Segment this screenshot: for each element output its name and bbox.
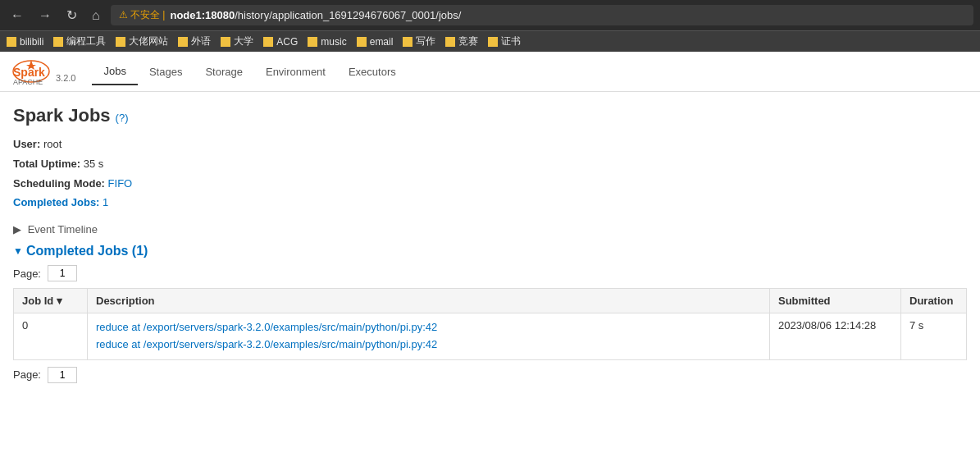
page-input-bottom[interactable] bbox=[48, 367, 77, 383]
scheduling-row: Scheduling Mode: FIFO bbox=[13, 176, 967, 193]
bookmark-xiezuo[interactable]: 写作 bbox=[403, 34, 435, 48]
bookmark-email[interactable]: email bbox=[357, 36, 394, 48]
nav-jobs[interactable]: Jobs bbox=[92, 58, 137, 85]
bookmark-label: 大佬网站 bbox=[129, 34, 168, 48]
triangle-right-icon: ▶ bbox=[13, 223, 21, 236]
cell-duration: 7 s bbox=[901, 313, 967, 360]
nav-reload-button[interactable]: ↻ bbox=[62, 6, 81, 25]
page-input-top[interactable] bbox=[48, 265, 77, 281]
bookmark-icon bbox=[445, 37, 455, 47]
completed-jobs-row: Completed Jobs: 1 bbox=[13, 194, 967, 212]
url-host: node1:18080 bbox=[170, 9, 235, 21]
cell-submitted: 2023/08/06 12:14:28 bbox=[770, 313, 901, 360]
bookmark-icon bbox=[308, 37, 317, 47]
help-link[interactable]: (?) bbox=[116, 112, 129, 124]
bookmark-waiyu[interactable]: 外语 bbox=[178, 34, 211, 48]
bookmark-music[interactable]: music bbox=[308, 36, 346, 48]
completed-jobs-section-heading: ▼ Completed Jobs (1) bbox=[13, 244, 967, 258]
url-path: /history/application_1691294676067_0001/… bbox=[235, 9, 461, 21]
nav-home-button[interactable]: ⌂ bbox=[88, 7, 104, 25]
duration-column-label: Duration bbox=[909, 295, 953, 307]
address-bar[interactable]: ⚠ 不安全 | node1:18080/history/application_… bbox=[111, 5, 973, 25]
completed-jobs-section-title: Completed Jobs (1) bbox=[26, 244, 148, 258]
nav-environment[interactable]: Environment bbox=[254, 59, 337, 85]
bookmark-label: 竞赛 bbox=[458, 34, 478, 48]
column-description[interactable]: Description bbox=[88, 289, 770, 313]
bookmark-icon bbox=[221, 37, 230, 47]
bookmark-label: music bbox=[321, 36, 346, 48]
url-display: node1:18080/history/application_16912946… bbox=[170, 9, 461, 21]
column-duration[interactable]: Duration bbox=[901, 289, 967, 313]
jobs-table-header: Job Id ▾ Description Submitted Duration bbox=[14, 289, 967, 313]
svg-text:APACHE: APACHE bbox=[13, 78, 43, 86]
page-control-top: Page: bbox=[13, 265, 967, 281]
browser-chrome: ← → ↻ ⌂ ⚠ 不安全 | node1:18080/history/appl… bbox=[0, 0, 980, 30]
bookmark-label: 写作 bbox=[416, 34, 435, 48]
spark-navigation: Jobs Stages Storage Environment Executor… bbox=[92, 58, 407, 85]
bookmark-label: email bbox=[370, 36, 394, 48]
spark-logo-graphic: APACHE Spark bbox=[10, 57, 52, 86]
uptime-label: Total Uptime: bbox=[13, 158, 80, 170]
bookmark-acg[interactable]: ACG bbox=[263, 36, 298, 48]
bookmark-dalao[interactable]: 大佬网站 bbox=[116, 34, 168, 48]
table-header-row: Job Id ▾ Description Submitted Duration bbox=[14, 289, 967, 313]
bookmark-bilibili[interactable]: bilibili bbox=[7, 36, 43, 48]
completed-jobs-label: Completed Jobs: bbox=[13, 196, 99, 208]
page-label-bottom: Page: bbox=[13, 368, 41, 381]
completed-jobs-value[interactable]: 1 bbox=[103, 196, 108, 208]
page-title-row: Spark Jobs (?) bbox=[13, 105, 967, 126]
collapse-arrow-icon[interactable]: ▼ bbox=[13, 245, 23, 257]
submitted-value: 2023/08/06 12:14:28 bbox=[778, 319, 876, 332]
spark-version: 3.2.0 bbox=[56, 73, 75, 83]
column-submitted[interactable]: Submitted bbox=[770, 289, 901, 313]
jobs-table: Job Id ▾ Description Submitted Duration … bbox=[13, 288, 967, 360]
page-title: Spark Jobs bbox=[13, 105, 111, 126]
scheduling-label: Scheduling Mode: bbox=[13, 177, 105, 190]
bookmark-daxue[interactable]: 大学 bbox=[221, 34, 253, 48]
nav-forward-button[interactable]: → bbox=[34, 7, 56, 25]
column-job-id[interactable]: Job Id ▾ bbox=[14, 289, 88, 313]
cell-description: reduce at /export/servers/spark-3.2.0/ex… bbox=[88, 313, 770, 360]
bookmark-label: 外语 bbox=[191, 34, 211, 48]
bookmark-label: ACG bbox=[276, 36, 298, 48]
nav-storage[interactable]: Storage bbox=[194, 59, 254, 85]
nav-executors[interactable]: Executors bbox=[337, 59, 408, 85]
description-column-label: Description bbox=[96, 295, 155, 307]
table-row: 0 reduce at /export/servers/spark-3.2.0/… bbox=[14, 313, 967, 360]
main-content: Spark Jobs (?) User: root Total Uptime: … bbox=[0, 92, 980, 396]
job-id-column-label: Job Id ▾ bbox=[22, 295, 62, 307]
bookmark-zhengshu[interactable]: 证书 bbox=[488, 34, 521, 48]
bookmark-label: 编程工具 bbox=[66, 34, 106, 48]
bookmark-icon bbox=[403, 37, 413, 47]
bookmark-icon bbox=[488, 37, 498, 47]
job-id-value: 0 bbox=[22, 319, 28, 332]
uptime-value: 35 s bbox=[84, 158, 104, 170]
description-link-2[interactable]: reduce at /export/servers/spark-3.2.0/ex… bbox=[96, 336, 761, 354]
bookmark-icon bbox=[53, 37, 63, 47]
description-link-1[interactable]: reduce at /export/servers/spark-3.2.0/ex… bbox=[96, 319, 761, 336]
bookmarks-bar: bilibili 编程工具 大佬网站 外语 大学 ACG music email… bbox=[0, 30, 980, 52]
spark-logo: APACHE Spark 3.2.0 bbox=[10, 57, 75, 86]
submitted-column-label: Submitted bbox=[778, 295, 831, 307]
bookmark-icon bbox=[7, 37, 16, 47]
duration-value: 7 s bbox=[909, 319, 923, 332]
security-warning-icon: ⚠ 不安全 | bbox=[119, 8, 166, 22]
nav-back-button[interactable]: ← bbox=[7, 7, 28, 25]
nav-stages[interactable]: Stages bbox=[138, 59, 194, 85]
user-label: User: bbox=[13, 138, 40, 150]
event-timeline-link[interactable]: ▶ Event Timeline bbox=[13, 223, 98, 236]
bookmark-jingsai[interactable]: 竞赛 bbox=[445, 34, 478, 48]
spark-header: APACHE Spark 3.2.0 Jobs Stages Storage E… bbox=[0, 52, 980, 92]
bookmark-label: 证书 bbox=[501, 34, 521, 48]
scheduling-value[interactable]: FIFO bbox=[108, 177, 133, 190]
bookmark-icon bbox=[263, 37, 273, 47]
cell-job-id: 0 bbox=[14, 313, 88, 360]
event-timeline: ▶ Event Timeline bbox=[13, 223, 967, 236]
page-label-top: Page: bbox=[13, 268, 41, 280]
svg-text:Spark: Spark bbox=[13, 66, 45, 79]
bookmark-icon bbox=[178, 37, 188, 47]
event-timeline-label: Event Timeline bbox=[28, 223, 98, 236]
bookmark-biancheng[interactable]: 编程工具 bbox=[53, 34, 106, 48]
user-value: root bbox=[43, 138, 62, 150]
user-row: User: root bbox=[13, 136, 967, 153]
